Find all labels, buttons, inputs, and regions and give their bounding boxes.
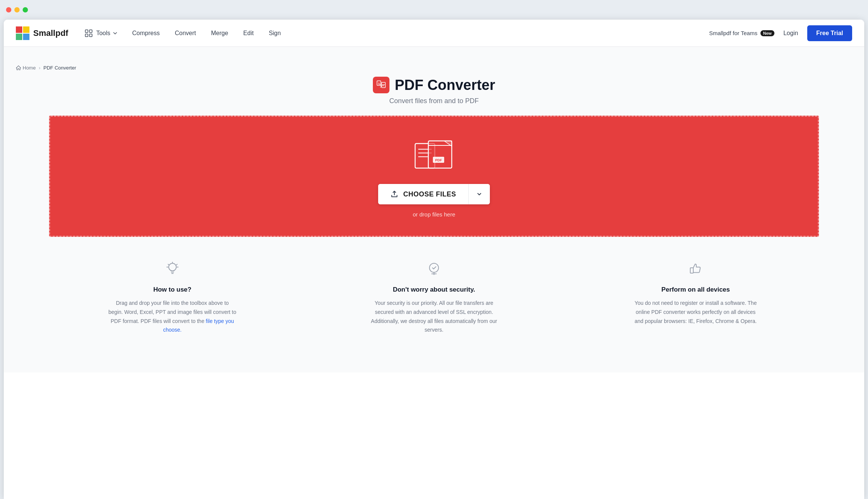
grid-icon: [85, 29, 92, 37]
choose-files-button[interactable]: CHOOSE FILES: [378, 184, 468, 204]
navbar: Smallpdf Tools Compress Convert Merge Ed…: [4, 20, 864, 47]
svg-rect-5: [89, 30, 92, 32]
choose-files-label: CHOOSE FILES: [403, 190, 456, 198]
logo-link[interactable]: Smallpdf: [16, 26, 68, 40]
nav-merge[interactable]: Merge: [203, 27, 235, 40]
thumbs-up-icon: [631, 260, 760, 279]
svg-rect-0: [16, 26, 22, 33]
svg-rect-6: [85, 34, 88, 37]
svg-rect-1: [23, 26, 29, 33]
login-button[interactable]: Login: [783, 30, 798, 37]
minimize-button[interactable]: [14, 7, 20, 12]
svg-point-17: [169, 263, 176, 271]
feature-how-to-use-title: How to use?: [108, 286, 237, 294]
teams-label: Smallpdf for Teams: [709, 30, 757, 36]
dropzone[interactable]: PDF CHOOSE FILES: [49, 116, 819, 237]
lightbulb-icon: [108, 260, 237, 279]
feature-how-to-use: How to use? Drag and drop your file into…: [108, 260, 237, 335]
teams-link[interactable]: Smallpdf for Teams New: [709, 30, 774, 36]
file-convert-icon: PDF: [413, 138, 455, 172]
tools-label: Tools: [96, 30, 110, 37]
svg-rect-19: [690, 268, 693, 273]
nav-sign[interactable]: Sign: [261, 27, 288, 40]
maximize-button[interactable]: [23, 7, 28, 12]
free-trial-button[interactable]: Free Trial: [807, 25, 852, 41]
svg-rect-2: [16, 34, 22, 40]
svg-rect-7: [89, 34, 92, 37]
breadcrumb-home[interactable]: Home: [16, 65, 36, 71]
page-title: PDF Converter: [395, 77, 495, 93]
nav-convert[interactable]: Convert: [167, 27, 203, 40]
tools-menu[interactable]: Tools: [80, 26, 125, 40]
chevron-down-icon: [476, 191, 482, 197]
svg-rect-3: [23, 34, 29, 40]
svg-point-18: [429, 263, 439, 272]
nav-right: Smallpdf for Teams New Login Free Trial: [709, 25, 852, 41]
converter-icon: [376, 80, 386, 90]
main-content: Home › PDF Converter PDF Converter: [4, 47, 864, 372]
feature-security: Don't worry about security. Your securit…: [370, 260, 498, 335]
chevron-down-icon: [112, 31, 118, 36]
svg-rect-4: [85, 30, 88, 32]
breadcrumb-current: PDF Converter: [43, 65, 76, 71]
logo-icon: [16, 26, 29, 40]
browser-window: Smallpdf Tools Compress Convert Merge Ed…: [4, 20, 864, 499]
feature-all-devices-desc: You do not need to register or install a…: [631, 299, 760, 326]
choose-files-area[interactable]: CHOOSE FILES: [378, 184, 489, 204]
close-button[interactable]: [6, 7, 11, 12]
feature-all-devices: Perform on all devices You do not need t…: [631, 260, 760, 335]
page-header: PDF Converter Convert files from and to …: [4, 77, 864, 105]
page-title-icon: [373, 77, 389, 93]
feature-all-devices-title: Perform on all devices: [631, 286, 760, 294]
feature-how-to-use-desc: Drag and drop your file into the toolbox…: [108, 299, 237, 335]
new-badge: New: [760, 30, 774, 36]
svg-rect-14: [428, 141, 452, 168]
file-upload-icon: [390, 190, 399, 198]
svg-rect-9: [382, 82, 385, 88]
breadcrumb-home-label: Home: [23, 65, 36, 71]
svg-text:PDF: PDF: [435, 158, 442, 162]
breadcrumb: Home › PDF Converter: [4, 59, 864, 77]
file-type-link[interactable]: file type you choose.: [163, 318, 234, 333]
breadcrumb-separator: ›: [39, 65, 40, 71]
window-controls: [6, 7, 28, 12]
nav-compress[interactable]: Compress: [125, 27, 167, 40]
medal-icon: [370, 260, 498, 279]
feature-security-desc: Your security is our priority. All our f…: [370, 299, 498, 335]
nav-edit[interactable]: Edit: [236, 27, 262, 40]
logo-text: Smallpdf: [33, 28, 68, 38]
feature-security-title: Don't worry about security.: [370, 286, 498, 294]
features-section: How to use? Drag and drop your file into…: [4, 237, 864, 350]
titlebar: [0, 0, 868, 20]
page-subtitle: Convert files from and to PDF: [4, 97, 864, 105]
choose-files-dropdown[interactable]: [469, 184, 490, 204]
dropzone-illustration: PDF: [413, 138, 455, 173]
nav-links: Compress Convert Merge Edit Sign: [125, 27, 288, 40]
page-title-row: PDF Converter: [4, 77, 864, 93]
drop-hint: or drop files here: [413, 211, 456, 218]
home-icon: [16, 65, 21, 71]
